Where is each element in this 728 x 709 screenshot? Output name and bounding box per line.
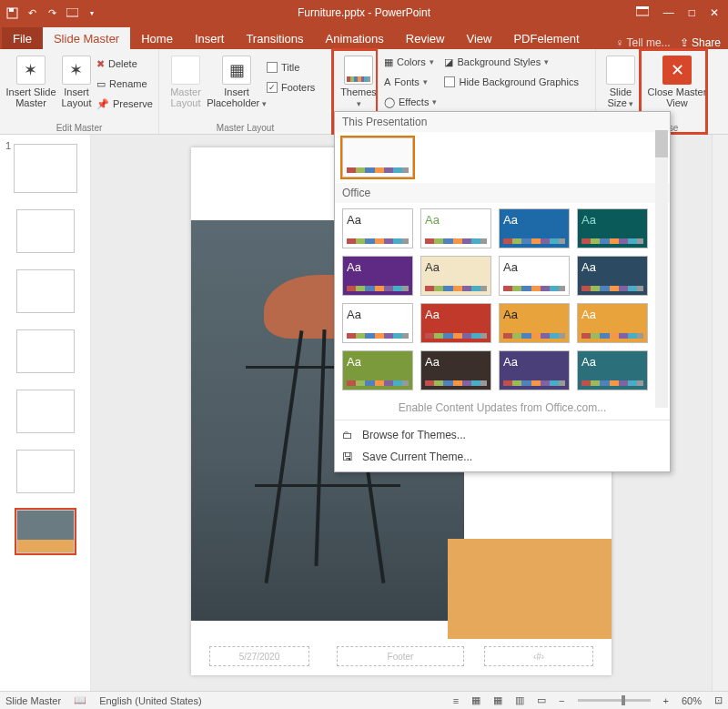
theme-office-13[interactable]: Aa: [420, 350, 491, 390]
theme-office-14[interactable]: Aa: [499, 350, 570, 390]
zoom-level[interactable]: 60%: [682, 695, 702, 706]
svg-rect-2: [66, 8, 78, 16]
slide-thumbnails-panel[interactable]: 1: [0, 135, 91, 691]
tell-me[interactable]: ♀ Tell me...: [615, 36, 670, 49]
theme-office-6[interactable]: Aa: [499, 256, 570, 296]
ribbon-options-icon[interactable]: [636, 6, 649, 19]
thumb-master[interactable]: [14, 144, 77, 193]
master-layout-button: Master Layout: [165, 52, 207, 108]
theme-office-12[interactable]: Aa: [342, 350, 413, 390]
tab-transitions[interactable]: Transitions: [235, 27, 314, 49]
theme-office-4[interactable]: Aa: [342, 256, 413, 296]
fonts-icon: A: [384, 76, 390, 87]
rename-button[interactable]: ▭ Rename: [96, 74, 153, 94]
theme-office-9[interactable]: Aa: [420, 303, 491, 343]
maximize-icon[interactable]: □: [689, 6, 695, 19]
close-icon[interactable]: ✕: [710, 6, 719, 19]
thumb-layout-4[interactable]: [16, 390, 75, 433]
theme-office-15[interactable]: Aa: [577, 350, 648, 390]
status-view-label: Slide Master: [5, 695, 61, 706]
zoom-slider[interactable]: [578, 699, 651, 702]
delete-icon: ✖: [96, 58, 105, 70]
theme-office-0[interactable]: Aa: [342, 208, 413, 248]
view-normal-icon[interactable]: ▦: [471, 694, 480, 706]
title-checkbox[interactable]: Title: [267, 57, 315, 77]
ribbon-tabs: File Slide Master Home Insert Transition…: [0, 25, 728, 49]
start-slideshow-icon[interactable]: [66, 6, 78, 19]
colors-icon: ▦: [384, 56, 393, 68]
tab-view[interactable]: View: [455, 27, 502, 49]
thumb-layout-5[interactable]: [16, 450, 75, 493]
colors-button[interactable]: ▦ Colors: [384, 52, 437, 72]
svg-rect-4: [636, 6, 649, 9]
group-label-edit-master: Edit Master: [0, 123, 158, 133]
tab-animations[interactable]: Animations: [315, 27, 395, 49]
preserve-button[interactable]: 📌 Preserve: [96, 94, 153, 114]
tab-slide-master[interactable]: Slide Master: [43, 27, 130, 49]
enable-content-updates-link[interactable]: Enable Content Updates from Office.com..…: [335, 396, 670, 420]
slide-size-button[interactable]: Slide Size: [602, 52, 640, 108]
zoom-out-icon[interactable]: −: [559, 695, 564, 706]
theme-office-2[interactable]: Aa: [499, 208, 570, 248]
theme-office-8[interactable]: Aa: [342, 303, 413, 343]
editor-scrollbar[interactable]: [712, 135, 728, 691]
theme-office-3[interactable]: Aa: [577, 208, 648, 248]
share-button[interactable]: ⇪ Share: [680, 36, 721, 49]
dd-heading-office: Office: [335, 183, 670, 203]
date-placeholder[interactable]: 5/27/2020: [209, 646, 309, 666]
group-label-master-layout: Master Layout: [159, 123, 331, 133]
title-bar: ↶ ↷ ▾ Furniture.pptx - PowerPoint — □ ✕: [0, 0, 728, 25]
slide-accent-block: [448, 539, 612, 639]
tab-file[interactable]: File: [2, 27, 43, 49]
theme-current[interactable]: Aa: [342, 137, 413, 177]
fit-to-window-icon[interactable]: ⊡: [714, 694, 723, 706]
qat-more-icon[interactable]: ▾: [86, 6, 98, 19]
thumb-layout-2[interactable]: [16, 269, 75, 313]
tab-review[interactable]: Review: [395, 27, 456, 49]
tab-home[interactable]: Home: [130, 27, 184, 49]
view-sorter-icon[interactable]: ▦: [493, 694, 502, 706]
redo-icon[interactable]: ↷: [46, 6, 58, 19]
fonts-button[interactable]: A Fonts: [384, 72, 437, 92]
status-language[interactable]: English (United States): [99, 695, 202, 706]
insert-placeholder-button[interactable]: ▦ Insert Placeholder: [207, 52, 267, 108]
insert-slide-master-button[interactable]: ✶ Insert Slide Master: [5, 52, 56, 114]
insert-layout-button[interactable]: ✶ Insert Layout: [56, 52, 96, 114]
effects-button[interactable]: ◯ Effects: [384, 92, 437, 112]
tab-insert[interactable]: Insert: [184, 27, 236, 49]
svg-rect-1: [9, 8, 14, 12]
theme-office-10[interactable]: Aa: [499, 303, 570, 343]
effects-icon: ◯: [384, 96, 395, 108]
spellcheck-icon[interactable]: 📖: [74, 694, 86, 706]
thumb-layout-1[interactable]: [16, 209, 75, 253]
thumb-layout-6[interactable]: [16, 510, 75, 553]
slide-number-placeholder[interactable]: ‹#›: [484, 646, 593, 666]
notes-button[interactable]: ≡: [453, 695, 459, 706]
hide-bg-checkbox[interactable]: Hide Background Graphics: [444, 72, 578, 92]
theme-office-11[interactable]: Aa: [577, 303, 648, 343]
undo-icon[interactable]: ↶: [25, 6, 38, 19]
theme-office-7[interactable]: Aa: [577, 256, 648, 296]
bg-styles-icon: ◪: [444, 56, 453, 68]
master-number: 1: [5, 140, 11, 151]
theme-office-1[interactable]: Aa: [420, 208, 491, 248]
minimize-icon[interactable]: —: [663, 6, 674, 19]
delete-button[interactable]: ✖ Delete: [96, 54, 153, 74]
view-slideshow-icon[interactable]: ▭: [537, 694, 546, 706]
background-styles-button[interactable]: ◪ Background Styles: [444, 52, 578, 72]
view-reading-icon[interactable]: ▥: [515, 694, 524, 706]
themes-button[interactable]: Themes: [338, 52, 379, 108]
save-icon[interactable]: [5, 6, 18, 19]
themes-dropdown-scrollbar[interactable]: [655, 130, 668, 408]
footers-checkbox[interactable]: Footers: [267, 77, 315, 97]
preserve-icon: 📌: [96, 98, 109, 110]
theme-office-5[interactable]: Aa: [420, 256, 491, 296]
close-master-view-button[interactable]: ✕ Close Master View: [645, 52, 709, 108]
browse-themes-link[interactable]: 🗀Browse for Themes...: [335, 424, 670, 446]
footer-placeholder[interactable]: Footer: [337, 646, 464, 666]
thumb-layout-3[interactable]: [16, 329, 75, 373]
status-bar: Slide Master 📖 English (United States) ≡…: [0, 691, 728, 709]
tab-pdfelement[interactable]: PDFelement: [502, 27, 590, 49]
save-current-theme-link[interactable]: 🖫Save Current Theme...: [335, 446, 670, 468]
zoom-in-icon[interactable]: +: [663, 695, 669, 706]
